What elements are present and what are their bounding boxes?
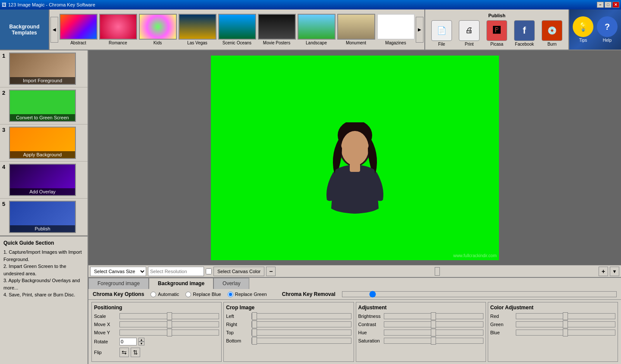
hue-label: Hue — [358, 330, 382, 335]
resolution-input[interactable] — [148, 267, 204, 276]
canvas-size-select[interactable]: Select Canvas Size — [90, 267, 146, 276]
blue-slider[interactable] — [516, 330, 615, 336]
watermark: www.fullcrackindir.com — [453, 253, 497, 258]
zoom-slider[interactable] — [277, 268, 597, 274]
tab-foreground-image[interactable]: Foreground image — [88, 278, 149, 289]
movex-label: Move X — [94, 322, 118, 327]
crop-left-slider[interactable] — [251, 313, 351, 319]
title-bar: 🖼 123 Image Magic - Chroma Key Software … — [0, 0, 621, 9]
crop-top-slider[interactable] — [251, 330, 351, 336]
template-item-movie-posters[interactable]: Movie Posters — [257, 14, 296, 45]
publish-print-button[interactable]: 🖨 Print — [456, 20, 482, 47]
publish-burn-icon: 💿 — [542, 20, 562, 41]
template-label-0: Abstract — [70, 40, 86, 45]
brightness-slider[interactable] — [384, 313, 483, 319]
adjustment-panel: Adjustment Brightness Contrast Hue — [356, 302, 486, 362]
crop-title: Crop Image — [226, 305, 351, 311]
step-4-number: 4 — [2, 164, 9, 170]
replace-blue-label: Replace Blue — [193, 292, 221, 297]
tab-overlay[interactable]: Overlay — [213, 278, 249, 289]
help-icons: 💡 Tips ? Help — [573, 16, 618, 43]
help-panel: 💡 Tips ? Help — [568, 9, 621, 50]
movey-slider[interactable] — [119, 330, 219, 336]
zoom-minus-button[interactable]: − — [266, 267, 276, 276]
contrast-row: Contrast — [358, 321, 483, 327]
step-5-label: Publish — [10, 225, 75, 232]
template-item-las-vegas[interactable]: Las Vegas — [178, 14, 216, 45]
template-label-3: Las Vegas — [187, 40, 207, 45]
publish-burn-button[interactable]: 💿 Burn — [539, 20, 565, 47]
canvas-color-button[interactable]: Select Canvas Color — [213, 267, 264, 276]
crop-bottom-slider[interactable] — [251, 338, 351, 344]
crop-right-slider[interactable] — [251, 321, 351, 327]
left-sidebar: 1 Import Foreground 2 Convert to Green S… — [0, 50, 88, 364]
canvas-controls-bar: Select Canvas Size Select Canvas Color −… — [88, 265, 621, 277]
red-slider[interactable] — [516, 313, 615, 319]
movex-row: Move X — [94, 321, 219, 327]
replace-blue-radio[interactable] — [185, 292, 191, 297]
flip-vertical-button[interactable]: ⇅ — [131, 348, 140, 357]
tips-button[interactable]: 💡 Tips — [573, 16, 593, 43]
step-1-item[interactable]: 1 Import Foreground — [0, 50, 88, 87]
chroma-removal-slider[interactable] — [342, 291, 617, 297]
step-2-label: Convert to Green Screen — [10, 114, 75, 121]
step-5-item[interactable]: 5 Publish — [0, 199, 88, 236]
template-thumb-6 — [298, 14, 336, 40]
automatic-radio[interactable] — [151, 292, 156, 297]
movex-slider[interactable] — [119, 321, 219, 327]
step-2-number: 2 — [2, 90, 9, 96]
saturation-slider[interactable] — [384, 338, 483, 344]
step-5-thumb: Publish — [9, 201, 76, 233]
templates-prev-button[interactable]: ◀ — [50, 17, 58, 43]
help-icon: ? — [597, 16, 618, 37]
rotate-down-button[interactable]: ▼ — [138, 342, 144, 345]
template-item-landscape[interactable]: Landscape — [297, 14, 336, 45]
crop-bottom-row: Bottom — [226, 338, 351, 344]
person-figure — [312, 122, 398, 260]
help-label: Help — [603, 38, 612, 43]
scale-slider[interactable] — [119, 313, 219, 319]
crop-left-row: Left — [226, 313, 351, 319]
publish-picasa-button[interactable]: 🅿 Picasa — [484, 20, 510, 47]
crop-top-row: Top — [226, 330, 351, 336]
template-label-5: Movie Posters — [263, 40, 290, 45]
publish-facebook-button[interactable]: f Facebook — [511, 20, 537, 47]
publish-file-button[interactable]: 📄 File — [429, 20, 455, 47]
green-slider[interactable] — [516, 321, 615, 327]
close-button[interactable]: ✕ — [612, 2, 619, 8]
template-item-abstract[interactable]: Abstract — [59, 14, 97, 45]
template-thumb-0 — [60, 14, 97, 40]
template-thumb-2 — [139, 14, 177, 40]
template-item-romance[interactable]: Romance — [99, 14, 137, 45]
zoom-plus-button[interactable]: + — [599, 267, 608, 276]
help-button[interactable]: ? Help — [597, 16, 618, 43]
step-4-item[interactable]: 4 Add Overlay — [0, 162, 88, 199]
replace-green-radio[interactable] — [228, 292, 233, 297]
chroma-key-options-row: Chroma Key Options Automatic Replace Blu… — [88, 289, 621, 300]
template-thumb-8 — [377, 14, 415, 40]
tab-background-image[interactable]: Background image — [149, 278, 213, 289]
template-item-kids[interactable]: Kids — [138, 14, 177, 45]
template-item-magazines[interactable]: Magazines — [376, 14, 415, 45]
contrast-slider[interactable] — [384, 321, 483, 327]
rotate-input[interactable] — [119, 338, 137, 345]
canvas-dropdown-button[interactable]: ▼ — [610, 267, 619, 276]
maximize-button[interactable]: □ — [605, 2, 612, 8]
template-item-scenic-oceans[interactable]: Scenic Oceans — [218, 14, 256, 45]
publish-picasa-icon: 🅿 — [486, 20, 507, 41]
rotate-spinners: ▲ ▼ — [138, 338, 144, 345]
minimize-button[interactable]: − — [597, 2, 604, 8]
rotate-up-button[interactable]: ▲ — [138, 338, 144, 342]
contrast-label: Contrast — [358, 322, 382, 327]
templates-next-button[interactable]: ▶ — [416, 17, 423, 43]
bg-templates-panel: Background Templates — [0, 9, 50, 50]
replace-green-radio-group: Replace Green — [228, 292, 267, 297]
step-3-item[interactable]: 3 Apply Background — [0, 124, 88, 162]
flip-horizontal-button[interactable]: ⇆ — [119, 348, 129, 357]
template-item-monument[interactable]: Monument — [337, 14, 375, 45]
template-thumb-4 — [218, 14, 256, 40]
resolution-checkbox[interactable] — [206, 268, 212, 274]
hue-slider[interactable] — [384, 330, 483, 336]
step-2-item[interactable]: 2 Convert to Green Screen — [0, 87, 88, 124]
chroma-removal-label: Chroma Key Removal — [282, 291, 336, 297]
